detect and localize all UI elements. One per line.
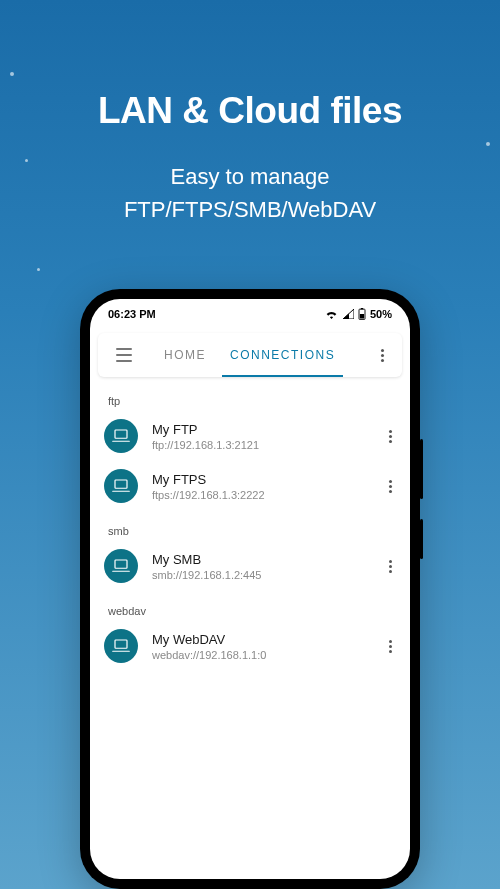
status-battery-pct: 50% — [370, 308, 392, 320]
laptop-icon — [104, 469, 138, 503]
tab-home[interactable]: HOME — [152, 333, 218, 377]
signal-icon — [342, 309, 354, 319]
item-overflow-icon[interactable] — [376, 472, 404, 500]
item-subtitle: webdav://192.168.1.1:0 — [152, 649, 376, 661]
overflow-menu-icon[interactable] — [368, 341, 396, 369]
item-overflow-icon[interactable] — [376, 422, 404, 450]
battery-icon — [358, 308, 366, 320]
item-subtitle: ftps://192.168.1.3:2222 — [152, 489, 376, 501]
phone-screen: 06:23 PM 50% HOME CONNECTIONS — [90, 299, 410, 879]
item-title: My WebDAV — [152, 632, 376, 647]
svg-rect-3 — [115, 430, 127, 438]
item-overflow-icon[interactable] — [376, 552, 404, 580]
wifi-icon — [325, 309, 338, 319]
list-item[interactable]: My FTPS ftps://192.168.1.3:2222 — [90, 461, 410, 511]
item-title: My FTP — [152, 422, 376, 437]
item-title: My SMB — [152, 552, 376, 567]
menu-icon[interactable] — [110, 341, 138, 369]
toolbar: HOME CONNECTIONS — [98, 333, 402, 377]
promo-title: LAN & Cloud files — [0, 90, 500, 132]
svg-rect-6 — [115, 640, 127, 648]
svg-rect-5 — [115, 560, 127, 568]
phone-frame: 06:23 PM 50% HOME CONNECTIONS — [80, 289, 420, 889]
laptop-icon — [104, 629, 138, 663]
laptop-icon — [104, 549, 138, 583]
connections-list: ftp My FTP ftp://192.168.1.3:2121 My FTP… — [90, 377, 410, 675]
status-time: 06:23 PM — [108, 308, 156, 320]
svg-rect-1 — [361, 308, 363, 309]
item-overflow-icon[interactable] — [376, 632, 404, 660]
laptop-icon — [104, 419, 138, 453]
list-item[interactable]: My FTP ftp://192.168.1.3:2121 — [90, 411, 410, 461]
promo-banner: LAN & Cloud files Easy to manage FTP/FTP… — [0, 0, 500, 226]
section-header-smb: smb — [90, 511, 410, 541]
promo-subtitle: Easy to manage FTP/FTPS/SMB/WebDAV — [0, 160, 500, 226]
section-header-webdav: webdav — [90, 591, 410, 621]
svg-rect-2 — [360, 314, 364, 319]
list-item[interactable]: My SMB smb://192.168.1.2:445 — [90, 541, 410, 591]
status-bar: 06:23 PM 50% — [90, 299, 410, 329]
section-header-ftp: ftp — [90, 381, 410, 411]
item-subtitle: smb://192.168.1.2:445 — [152, 569, 376, 581]
item-title: My FTPS — [152, 472, 376, 487]
tab-connections[interactable]: CONNECTIONS — [218, 333, 347, 377]
svg-rect-4 — [115, 480, 127, 488]
item-subtitle: ftp://192.168.1.3:2121 — [152, 439, 376, 451]
list-item[interactable]: My WebDAV webdav://192.168.1.1:0 — [90, 621, 410, 671]
tabs: HOME CONNECTIONS — [152, 333, 368, 377]
